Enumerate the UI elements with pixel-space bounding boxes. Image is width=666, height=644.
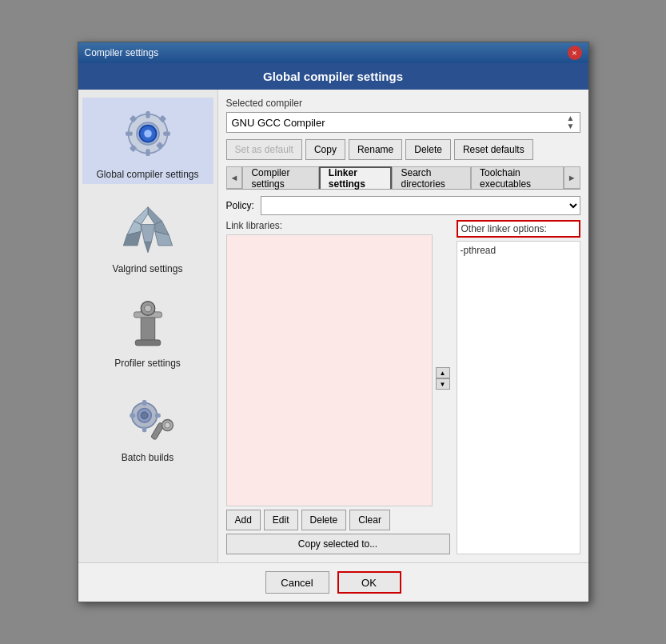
- scroll-up-button[interactable]: ▲: [436, 367, 450, 378]
- policy-select[interactable]: [261, 196, 580, 215]
- sidebar-item-label-batch-builds: Batch builds: [122, 452, 173, 463]
- profiler-icon: [116, 290, 180, 354]
- sidebar-item-label-profiler: Profiler settings: [114, 358, 181, 369]
- valgrind-icon: [116, 196, 180, 260]
- batch-builds-icon: [116, 385, 180, 449]
- tab-toolchain-executables[interactable]: Toolchain executables: [471, 166, 564, 189]
- svg-marker-20: [154, 231, 172, 246]
- svg-point-28: [141, 412, 148, 419]
- scroll-down-button[interactable]: ▼: [436, 378, 450, 390]
- tab-search-directories[interactable]: Search directories: [392, 166, 471, 189]
- svg-rect-4: [146, 149, 150, 156]
- linker-content: Policy: Link libraries: ▲ ▼: [226, 196, 580, 554]
- reset-defaults-button[interactable]: Reset defaults: [454, 139, 533, 160]
- svg-point-12: [143, 130, 152, 138]
- link-libraries-label: Link libraries:: [226, 220, 450, 231]
- copy-selected-button[interactable]: Copy selected to...: [226, 534, 450, 554]
- list-buttons: Add Edit Delete Clear: [226, 510, 450, 530]
- svg-rect-31: [130, 414, 135, 418]
- svg-rect-6: [163, 131, 170, 135]
- dialog-body: Global compiler settings: [78, 90, 588, 562]
- sidebar-item-label-global-compiler: Global compiler settings: [96, 169, 198, 180]
- policy-label: Policy:: [226, 200, 254, 211]
- policy-row: Policy:: [226, 196, 580, 215]
- toolbar: Set as default Copy Rename Delete Reset …: [226, 139, 580, 160]
- sidebar-item-label-valgrind: Valgrind settings: [113, 263, 183, 274]
- svg-rect-5: [126, 131, 133, 135]
- sidebar-item-valgrind[interactable]: Valgrind settings: [82, 192, 213, 278]
- compiler-section: Selected compiler GNU GCC Compiler ▲▼: [226, 98, 580, 133]
- other-options-label: Other linker options:: [457, 220, 580, 238]
- sidebar-item-batch-builds[interactable]: Batch builds: [82, 381, 213, 467]
- tab-linker-settings[interactable]: Linker settings: [319, 166, 393, 189]
- gear-icon: [116, 102, 180, 166]
- compiler-settings-dialog: Compiler settings × Global compiler sett…: [78, 42, 589, 602]
- tab-right-arrow[interactable]: ►: [564, 166, 580, 189]
- clear-button[interactable]: Clear: [349, 510, 390, 530]
- dialog-footer: Cancel OK: [78, 562, 588, 602]
- svg-marker-16: [144, 242, 151, 253]
- other-options-box[interactable]: -pthread: [457, 241, 580, 554]
- edit-button[interactable]: Edit: [264, 510, 298, 530]
- close-button[interactable]: ×: [568, 46, 582, 60]
- link-libraries-list: [226, 234, 433, 506]
- other-options-value: -pthread: [461, 245, 497, 256]
- sidebar-item-profiler[interactable]: Profiler settings: [82, 286, 213, 373]
- copy-button[interactable]: Copy: [305, 139, 345, 160]
- ok-button[interactable]: OK: [337, 571, 401, 594]
- tab-compiler-settings[interactable]: Compiler settings: [242, 166, 318, 189]
- svg-point-24: [144, 305, 151, 312]
- svg-point-35: [165, 422, 170, 428]
- add-button[interactable]: Add: [226, 510, 261, 530]
- scroll-buttons: ▲ ▼: [436, 234, 450, 506]
- compiler-dropdown[interactable]: GNU GCC Compiler ▲▼: [226, 112, 580, 133]
- content-panels: Link libraries: ▲ ▼ Add Edit Delete: [226, 220, 580, 554]
- tab-left-arrow[interactable]: ◄: [226, 166, 243, 189]
- main-content: Selected compiler GNU GCC Compiler ▲▼ Se…: [218, 90, 588, 562]
- svg-rect-29: [142, 400, 146, 406]
- rename-button[interactable]: Rename: [349, 139, 402, 160]
- delete-lib-button[interactable]: Delete: [301, 510, 347, 530]
- tabs-row: ◄ Compiler settings Linker settings Sear…: [226, 166, 580, 190]
- cancel-button[interactable]: Cancel: [265, 571, 329, 594]
- svg-marker-15: [141, 225, 155, 242]
- compiler-section-label: Selected compiler: [226, 98, 580, 109]
- left-panel: Link libraries: ▲ ▼ Add Edit Delete: [226, 220, 450, 554]
- delete-button[interactable]: Delete: [405, 139, 451, 160]
- right-panel: Other linker options: -pthread: [457, 220, 580, 554]
- svg-marker-19: [123, 231, 141, 246]
- svg-rect-30: [142, 426, 146, 432]
- title-bar-text: Compiler settings: [85, 47, 159, 58]
- compiler-selected-value: GNU GCC Compiler: [232, 117, 325, 129]
- set-default-button[interactable]: Set as default: [226, 139, 302, 160]
- compiler-dropdown-arrow: ▲▼: [567, 114, 575, 130]
- title-bar: Compiler settings ×: [78, 42, 588, 63]
- sidebar: Global compiler settings: [78, 90, 218, 562]
- svg-rect-25: [135, 340, 161, 346]
- svg-rect-3: [146, 111, 150, 118]
- dialog-header: Global compiler settings: [78, 63, 588, 90]
- dialog-title: Global compiler settings: [263, 70, 403, 83]
- sidebar-item-global-compiler[interactable]: Global compiler settings: [82, 98, 213, 184]
- svg-rect-32: [154, 414, 160, 418]
